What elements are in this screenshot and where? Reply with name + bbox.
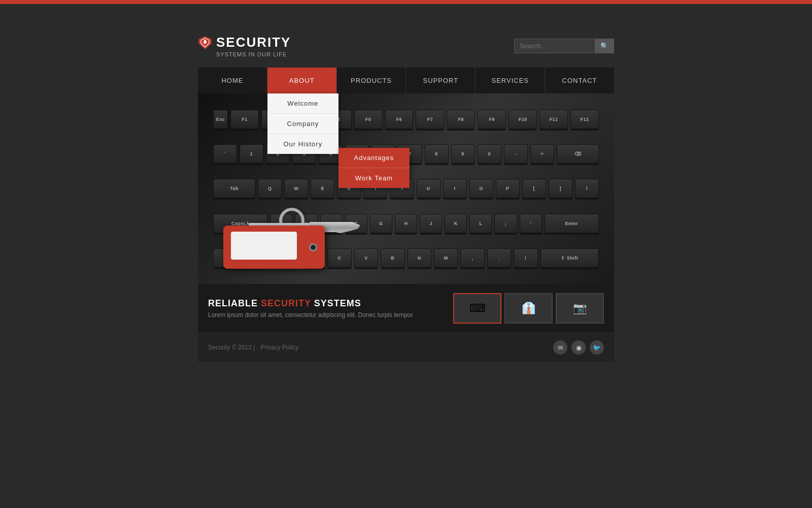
sub-dropdown-item-advantages[interactable]: Advantages bbox=[339, 148, 410, 168]
thumbnail-1[interactable]: ⌨ bbox=[453, 293, 501, 324]
logo-area: SECURITY SYSTEMS IN OUR LIFE bbox=[198, 35, 291, 57]
privacy-policy-link[interactable]: Privacy Policy bbox=[260, 344, 298, 351]
twitter-icon[interactable]: 🐦 bbox=[590, 340, 604, 355]
rss-icon[interactable]: ◉ bbox=[571, 340, 586, 355]
thumbnail-3[interactable]: 📷 bbox=[556, 293, 604, 324]
nav-bar: HOME ABOUT Welcome Company Our History A… bbox=[198, 68, 614, 93]
header: SECURITY SYSTEMS IN OUR LIFE 🔍 bbox=[198, 35, 614, 57]
thumbnail-row: ⌨ 👔 📷 bbox=[453, 293, 604, 324]
sub-dropdown: Advantages Work Team bbox=[339, 148, 410, 188]
key-fob-overlay bbox=[223, 208, 365, 269]
dropdown-item-welcome[interactable]: Welcome bbox=[267, 93, 339, 114]
footer-left: Security © 2013 | Privacy Policy bbox=[208, 344, 298, 351]
hero-image: Esc F1F2F3 F4F5F6 F7F8F9 F10F11F12 `12 3… bbox=[198, 93, 614, 284]
nav-item-home[interactable]: HOME bbox=[198, 68, 267, 93]
dropdown-item-our-history[interactable]: Our History Advantages Work Team bbox=[267, 134, 339, 154]
nav-item-services[interactable]: SERVICES bbox=[476, 68, 545, 93]
top-bar bbox=[0, 0, 812, 4]
nav-item-products[interactable]: PRODUCTS bbox=[337, 68, 407, 93]
dropdown-item-company[interactable]: Company bbox=[267, 114, 339, 134]
email-icon[interactable]: ✉ bbox=[553, 340, 567, 355]
caption-description: Lorem ipsum dolor sit amet, consectetur … bbox=[208, 311, 443, 319]
about-dropdown: Welcome Company Our History Advantages W… bbox=[267, 93, 339, 154]
copyright-text: Security © 2013 | bbox=[208, 344, 255, 351]
caption-bar: RELIABLE SECURITY SYSTEMS Lorem ipsum do… bbox=[198, 284, 614, 333]
search-button[interactable]: 🔍 bbox=[595, 39, 614, 53]
nav-item-contact[interactable]: CONTACT bbox=[545, 68, 614, 93]
footer-icons: ✉ ◉ 🐦 bbox=[553, 340, 604, 355]
search-area: 🔍 bbox=[514, 39, 614, 53]
footer: Security © 2013 | Privacy Policy ✉ ◉ 🐦 bbox=[198, 333, 614, 362]
thumbnail-2[interactable]: 👔 bbox=[504, 293, 553, 324]
key-fob-body bbox=[223, 226, 325, 269]
shield-icon bbox=[198, 36, 212, 50]
caption-text: RELIABLE SECURITY SYSTEMS Lorem ipsum do… bbox=[208, 298, 443, 319]
nav-item-about[interactable]: ABOUT Welcome Company Our History Advant… bbox=[267, 68, 337, 93]
logo-subtitle: SYSTEMS IN OUR LIFE bbox=[216, 51, 291, 57]
logo-title: SECURITY bbox=[216, 35, 291, 50]
search-input[interactable] bbox=[514, 39, 595, 53]
caption-title: RELIABLE SECURITY SYSTEMS bbox=[208, 298, 443, 309]
sub-dropdown-item-work-team[interactable]: Work Team bbox=[339, 168, 410, 188]
svg-rect-3 bbox=[205, 40, 206, 42]
caption-highlight: SECURITY bbox=[261, 298, 311, 308]
nav-item-support[interactable]: SUPPORT bbox=[406, 68, 476, 93]
caption-prefix: RELIABLE bbox=[208, 298, 261, 308]
caption-suffix: SYSTEMS bbox=[311, 298, 361, 308]
